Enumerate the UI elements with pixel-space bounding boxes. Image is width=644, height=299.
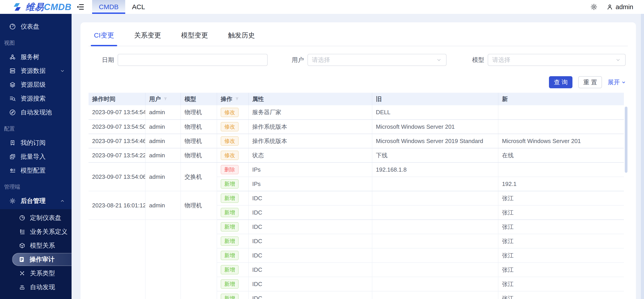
tab-label: 关系变更 [134,31,161,39]
sidebar-item-label: 自动发现池 [20,108,52,117]
cell-time: 2023-09-07 13:54:50 [88,120,145,134]
column-header-label: 属性 [252,95,264,103]
sidebar-item-模型关系[interactable]: 模型关系 [0,239,72,253]
date-label: 日期 [88,56,118,64]
expand-link[interactable]: 展开 [608,78,626,86]
brand-logo: 维易CMDB [0,1,72,13]
app-nav-tabs: CMDBACL [92,0,152,14]
nav-tab-cmdb[interactable]: CMDB [92,0,125,14]
cell-new-value: 张江 [498,263,624,277]
topbar-right: admin [590,3,644,11]
model-label: 模型 [446,56,488,64]
column-header-inner: 模型 [184,95,217,103]
model-select[interactable]: 请选择 [488,54,626,66]
sidebar-item-仪表盘[interactable]: 仪表盘 [0,20,72,33]
sidebar-collapse-icon[interactable] [76,3,84,11]
filter-funnel-icon[interactable] [163,96,168,101]
cell-old-value [372,277,498,291]
settings-gear-icon[interactable] [590,3,598,11]
dashboard-icon [9,23,16,30]
sidebar-item-label: 业务关系定义 [30,228,68,236]
subscription-icon [9,139,16,146]
filter-date: 日期 [88,54,268,66]
tab-label: 触发历史 [228,31,255,39]
cell-attribute: IDC [248,248,372,263]
sidebar-item-label: 我的订阅 [20,139,46,147]
logo-mark-icon [12,2,22,12]
sidebar-item-label: 后台管理 [20,197,46,205]
nav-tab-label: CMDB [99,3,118,11]
table-scrollbar-thumb[interactable] [625,107,628,173]
autodiscovery-pool-icon [9,109,16,116]
cell-user: admin [145,162,181,191]
cell-attribute: 操作系统版本 [248,134,372,148]
search-button[interactable]: 查 询 [549,76,573,88]
cell-model: 物理机 [181,105,217,120]
sidebar-item-模型配置[interactable]: 模型配置 [0,164,72,177]
cell-user [145,220,181,299]
admin-gear-icon [9,197,16,205]
nav-tab-acl[interactable]: ACL [125,0,152,14]
sidebar-item-自动发现池[interactable]: 自动发现池 [0,105,72,119]
cell-time: 2023-09-07 13:54:46 [88,134,145,148]
sidebar-item-业务关系定义[interactable]: 业务关系定义 [0,225,72,239]
sidebar-item-后台管理[interactable]: 后台管理 [0,194,72,208]
tab-CI变更[interactable]: CI变更 [92,31,116,46]
sidebar-item-资源搜索[interactable]: 资源搜索 [0,92,72,105]
expand-label: 展开 [608,78,620,86]
sidebar-item-定制仪表盘[interactable]: 定制仪表盘 [0,211,72,225]
user-label: 用户 [268,56,308,64]
column-header-inner: 操作时间 [92,95,145,103]
cell-operation: 新增 [217,191,248,205]
op-tag: 新增 [221,237,238,246]
cell-old-value: 下线 [372,148,498,162]
sidebar-item-label: 定制仪表盘 [30,214,61,222]
filter-funnel-icon[interactable] [234,96,240,101]
resource-search-icon [9,95,16,102]
filter-user: 用户 请选择 [268,54,447,66]
reset-button[interactable]: 重 置 [578,76,602,88]
cell-operation: 修改 [217,120,248,134]
cell-old-value: 192.168.1.8 [372,162,498,177]
cell-new-value: 张江 [498,248,624,263]
op-tag: 删除 [221,165,238,174]
column-header-label: 旧 [376,95,382,103]
table-row: 2023-09-07 13:54:50admin物理机修改操作系统版本Micro… [88,120,624,134]
logo-text: 维易CMDB [26,1,72,13]
sidebar-item-资源数据[interactable]: 资源数据 [0,64,72,78]
sidebar-item-自动发现[interactable]: 自动发现 [0,280,72,294]
tab-模型变更[interactable]: 模型变更 [180,31,209,46]
column-header-新: 新 [498,93,624,105]
sidebar-item-关系类型[interactable]: 关系类型 [0,266,72,280]
sidebar-item-批量导入[interactable]: 批量导入 [0,150,72,164]
content-card: CI变更关系变更模型变更触发历史 日期 用户 请选择 [80,22,636,299]
cell-old-value: DELL [372,105,498,120]
page-scrollbar[interactable] [641,14,644,299]
user-select[interactable]: 请选择 [308,54,447,66]
sidebar-item-操作审计[interactable]: 操作审计 [12,253,72,266]
cell-new-value: 张江 [498,277,624,291]
cell-attribute: 操作系统版本 [248,120,372,134]
sidebar-item-我的订阅[interactable]: 我的订阅 [0,136,72,150]
op-tag: 新增 [221,179,238,189]
date-input[interactable] [122,56,263,63]
cell-new-value: 192.1 [498,177,624,191]
sidebar-item-资源层级[interactable]: 资源层级 [0,78,72,92]
user-menu[interactable]: admin [606,3,633,11]
nav-tab-label: ACL [132,3,145,11]
column-header-用户: 用户 [145,93,181,105]
sidebar-item-label: 操作审计 [30,255,54,264]
tab-关系变更[interactable]: 关系变更 [133,31,162,46]
filter-model: 模型 请选择 [446,54,626,66]
cell-old-value [372,191,498,205]
op-tag: 修改 [221,151,238,160]
cell-operation: 新增 [217,205,248,220]
resource-levels-icon [9,81,16,88]
chevron-down-icon [436,57,442,63]
operation-audit-icon [18,256,25,263]
column-header-模型: 模型 [181,93,217,105]
sidebar-item-服务树[interactable]: 服务树 [0,50,72,64]
audit-table-wrap: 操作时间用户模型操作属性旧新 2023-09-07 13:54:54admin物… [88,93,628,299]
tab-触发历史[interactable]: 触发历史 [227,31,256,46]
cell-old-value [372,205,498,220]
